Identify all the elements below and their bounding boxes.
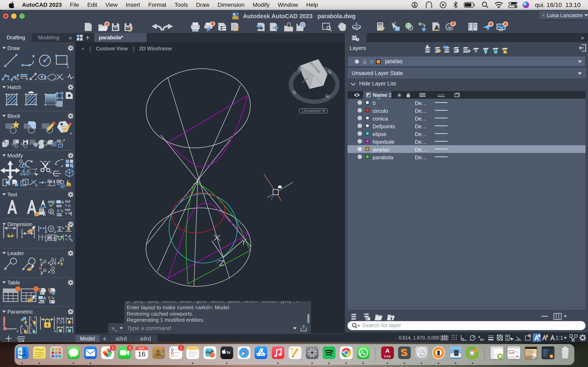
svg-text:A: A xyxy=(50,210,52,214)
svg-text:A: A xyxy=(61,200,64,204)
svg-text:A: A xyxy=(57,208,60,213)
svg-text:tv: tv xyxy=(227,350,231,355)
svg-text:.1: .1 xyxy=(52,236,55,240)
svg-text:“: “ xyxy=(290,347,293,353)
svg-text:1:1: 1:1 xyxy=(555,335,563,341)
svg-text:A: A xyxy=(43,296,46,300)
svg-text:ABC: ABC xyxy=(48,200,55,204)
svg-text:S: S xyxy=(551,355,553,358)
svg-text:S: S xyxy=(48,296,51,300)
svg-text:A: A xyxy=(43,212,46,217)
svg-text:PDF: PDF xyxy=(65,208,71,212)
svg-text:Unnamed: Unnamed xyxy=(302,108,320,113)
svg-text:A: A xyxy=(68,203,71,208)
svg-text:PDF: PDF xyxy=(65,200,71,203)
